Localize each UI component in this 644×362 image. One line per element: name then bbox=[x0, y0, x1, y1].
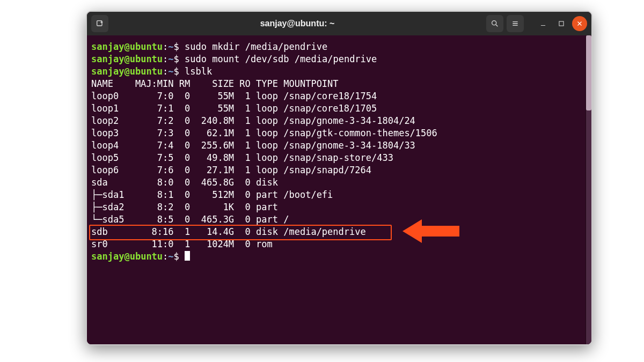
arrow-annotation bbox=[402, 219, 459, 243]
window-title: sanjay@ubuntu: ~ bbox=[112, 19, 483, 28]
titlebar: sanjay@ubuntu: ~ bbox=[87, 12, 591, 35]
highlight-annotation bbox=[89, 225, 392, 240]
maximize-button[interactable] bbox=[554, 16, 569, 31]
menu-button[interactable] bbox=[507, 15, 524, 32]
search-button[interactable] bbox=[486, 15, 503, 32]
new-tab-button[interactable] bbox=[91, 15, 108, 32]
svg-point-3 bbox=[492, 21, 496, 25]
arrow-shaft bbox=[422, 226, 459, 237]
arrow-head-icon bbox=[402, 219, 422, 243]
svg-line-4 bbox=[496, 25, 497, 26]
scrollbar[interactable] bbox=[586, 35, 591, 344]
close-button[interactable] bbox=[572, 16, 587, 31]
cursor bbox=[185, 251, 190, 261]
scrollbar-thumb[interactable] bbox=[586, 35, 591, 110]
svg-rect-0 bbox=[97, 21, 102, 26]
svg-rect-9 bbox=[559, 21, 564, 26]
terminal-window: sanjay@ubuntu: ~ sanjay@ubuntu:~$ sudo m… bbox=[86, 11, 592, 345]
terminal-body[interactable]: sanjay@ubuntu:~$ sudo mkdir /media/pendr… bbox=[87, 35, 591, 344]
minimize-button[interactable] bbox=[536, 16, 551, 31]
